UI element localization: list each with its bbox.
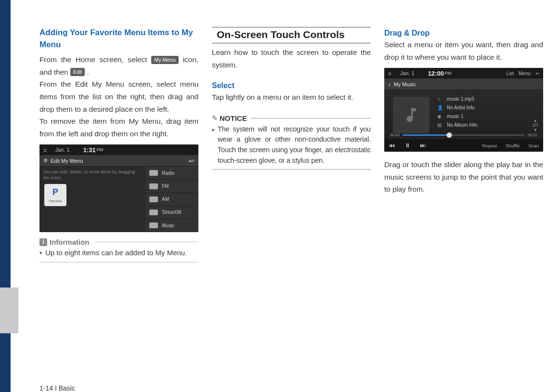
- section-title: On-Screen Touch Controls: [217, 29, 371, 40]
- note-icon: ♫: [437, 95, 443, 104]
- pandora-tile: P Pandora: [44, 184, 66, 206]
- chip-edit: Edit: [70, 68, 85, 76]
- column-3: Drag & Drop Select a menu or item you wa…: [384, 27, 543, 262]
- gear-icon: ✲: [43, 157, 48, 164]
- menu-button-label: Menu: [519, 71, 531, 76]
- info-bullet-text: Up to eight items can be added to My Men…: [45, 247, 198, 258]
- bullet-icon: •: [39, 247, 45, 258]
- notice-bullet-text: The system will not recognize your touch…: [218, 124, 371, 166]
- info-icon: ▤: [437, 121, 443, 130]
- radio-icon: [149, 183, 158, 189]
- page-thumb-tab: [0, 287, 18, 333]
- shot-title-bar: ♪ My Music: [384, 78, 543, 90]
- slider-fill: [403, 134, 449, 136]
- chevron-up-icon: ▲: [532, 118, 538, 123]
- shot-status-bar: ⌂ Jan. 1 12:00PM List Menu ↩: [384, 68, 543, 78]
- control-bar: ⏮ ⏸ ⏭ Repeat Shuffle Scan: [384, 139, 543, 152]
- status-ampm: PM: [445, 71, 452, 76]
- prev-icon: ⏮: [384, 142, 400, 149]
- page-indicator: ▲ 1/7 ▼: [532, 118, 538, 132]
- shot-subtitle: Edit My Menu: [51, 158, 83, 164]
- paragraph-from-home: From the Home screen, select My Menu ico…: [39, 53, 198, 78]
- play-bar: 00:43 03:31: [390, 133, 537, 137]
- screenshot-my-music: ⌂ Jan. 1 12:00PM List Menu ↩ ♪ My Music: [384, 68, 543, 152]
- notice-header: ✎ NOTICE: [212, 114, 371, 122]
- home-icon: ⌂: [388, 70, 391, 76]
- radio-icon: [149, 209, 158, 215]
- back-icon: ↩: [189, 157, 195, 165]
- bullet-icon: •: [212, 124, 218, 166]
- list-item: SiriusXM: [145, 206, 198, 219]
- status-ampm: PM: [97, 147, 104, 152]
- track-artist: No Artist Info.: [447, 104, 476, 112]
- list-item-label: Radio: [162, 170, 174, 176]
- list-item-label: AM: [162, 196, 169, 202]
- note-icon: [402, 106, 420, 124]
- text-fragment: From the Home screen, select: [39, 55, 151, 64]
- next-icon: ⏭: [415, 142, 430, 149]
- page-count: 1/7: [532, 123, 538, 128]
- status-date: Jan. 1: [400, 70, 415, 76]
- shot-left-pane: You can add, delete, or move items by dr…: [39, 167, 145, 232]
- time-elapsed: 00:43: [390, 133, 400, 137]
- shot-status-bar: ⌂ Jan. 1 1:31PM: [39, 144, 198, 155]
- list-item-label: FM: [162, 183, 169, 189]
- list-button-label: List: [506, 71, 514, 76]
- info-icon: i: [39, 238, 47, 246]
- pandora-letter: P: [52, 187, 58, 198]
- list-item: Music: [145, 219, 198, 232]
- home-icon: ⌂: [43, 147, 47, 153]
- shot-title-bar: ✲ Edit My Menu ↩: [39, 155, 198, 167]
- chevron-down-icon: ▼: [532, 128, 538, 132]
- radio-icon: [149, 170, 158, 176]
- album-art: [393, 97, 430, 133]
- list-item-label: Music: [162, 223, 174, 228]
- info-bullet: • Up to eight items can be added to My M…: [39, 247, 198, 258]
- divider: [251, 118, 371, 118]
- track-album-info: No Album Info.: [447, 121, 479, 130]
- paragraph-select: Tap lightly on a menu or an item to sele…: [212, 91, 371, 104]
- shot-right-list: Radio FM AM SiriusXM Music: [145, 167, 198, 232]
- divider: [94, 242, 199, 242]
- shuffle-label: Shuffle: [501, 143, 524, 148]
- list-item-label: SiriusXM: [162, 209, 181, 215]
- track-album-title: music 1: [447, 112, 463, 121]
- page-footer: 1-14 I Basic: [39, 384, 75, 392]
- column-2: On-Screen Touch Controls Learn how to to…: [212, 27, 371, 262]
- heading-select: Select: [212, 81, 371, 90]
- radio-icon: [149, 196, 158, 202]
- column-1: Adding Your Favorite Menu Items to My Me…: [39, 27, 198, 262]
- paragraph-drag-drop: Select a menu or item you want, then dra…: [384, 39, 543, 63]
- status-time: 1:31: [83, 146, 96, 154]
- back-icon: ↩: [535, 71, 539, 76]
- progress-slider[interactable]: [403, 134, 525, 136]
- music-icon: ♪: [388, 81, 391, 87]
- divider: [212, 169, 371, 170]
- divider: [39, 262, 198, 262]
- shot-body: ♫music 1.mp3 👤No Artist Info. ◉music 1 ▤…: [384, 90, 543, 152]
- list-item: Radio: [145, 167, 198, 180]
- paragraph-edit-my-menu: From the Edit My Menu screen, select men…: [39, 78, 198, 115]
- person-icon: 👤: [437, 104, 443, 112]
- list-item: FM: [145, 180, 198, 193]
- status-date: Jan. 1: [55, 147, 70, 153]
- status-time: 12:00: [428, 70, 444, 77]
- slider-knob[interactable]: [446, 132, 452, 138]
- section-title-box: On-Screen Touch Controls: [212, 27, 371, 43]
- track-title: music 1.mp3: [447, 95, 474, 104]
- screenshot-edit-my-menu: ⌂ Jan. 1 1:31PM ✲ Edit My Menu ↩ You can…: [39, 144, 198, 232]
- information-header: i Information: [39, 238, 198, 246]
- pencil-icon: ✎: [212, 114, 218, 122]
- disc-icon: ◉: [437, 112, 443, 121]
- list-item: AM: [145, 193, 198, 206]
- track-info: ♫music 1.mp3 👤No Artist Info. ◉music 1 ▤…: [437, 95, 479, 130]
- shot-hint-text: You can add, delete, or move items by dr…: [43, 170, 135, 180]
- text-fragment: .: [85, 68, 89, 76]
- notice-bullet: • The system will not recognize your tou…: [212, 124, 371, 166]
- chip-my-menu: My Menu: [151, 56, 179, 64]
- radio-icon: [149, 222, 158, 228]
- scan-label: Scan: [524, 143, 543, 148]
- shot-subtitle: My Music: [394, 81, 416, 87]
- information-label: Information: [50, 238, 90, 246]
- pandora-label: Pandora: [49, 199, 62, 203]
